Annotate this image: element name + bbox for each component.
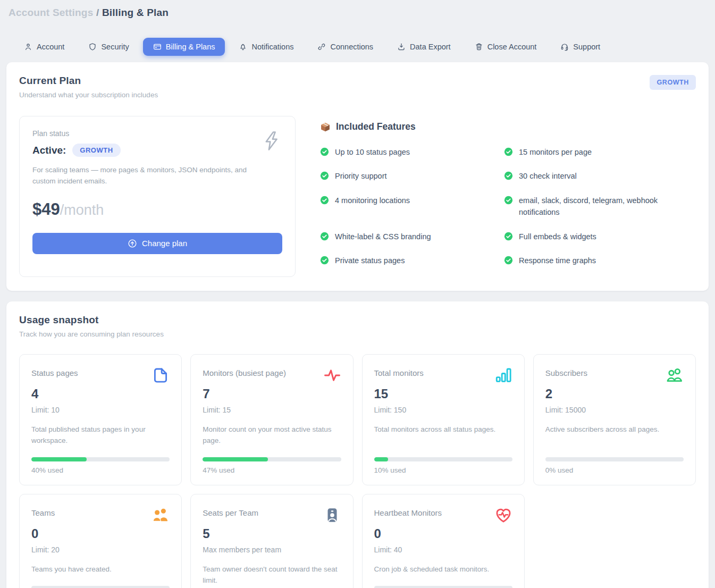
tab-close-account[interactable]: Close Account <box>465 38 547 56</box>
feature-item: Full embeds & widgets <box>504 231 696 242</box>
users-filled-icon <box>152 506 170 524</box>
progress-fill <box>203 457 267 461</box>
usage-card-limit: Limit: 40 <box>374 545 512 554</box>
feature-item: email, slack, discord, telegram, webhook… <box>504 195 696 219</box>
feature-label: 4 monitoring locations <box>335 195 410 206</box>
tab-account[interactable]: Account <box>14 38 74 56</box>
billing-page: Account Settings / Billing & Plan Accoun… <box>0 0 715 588</box>
check-circle-icon <box>320 171 329 180</box>
credit-card-icon <box>153 43 162 51</box>
usage-card-subscribers: Subscribers 2 Limit: 15000 Active subscr… <box>533 354 696 485</box>
plan-status-box: Plan status Active: GROWTH For scaling t… <box>19 116 296 277</box>
usage-card-title: Seats per Team <box>203 506 258 517</box>
plan-status-label: Plan status <box>32 129 282 138</box>
breadcrumb-section[interactable]: Account Settings <box>9 7 93 18</box>
feature-item: White-label & CSS branding <box>320 231 504 242</box>
id-badge-icon <box>323 506 341 524</box>
progress-track <box>374 457 512 461</box>
check-circle-icon <box>320 232 329 241</box>
usage-card-value: 15 <box>374 387 512 401</box>
tab-support[interactable]: Support <box>550 38 610 56</box>
page-title: Billing & Plan <box>102 7 169 18</box>
breadcrumb-separator: / <box>96 7 102 18</box>
usage-card-seats-per-team: Seats per Team 5 Max members per team Te… <box>190 494 353 588</box>
usage-percent-label: 10% used <box>374 466 512 474</box>
usage-card-status-pages: Status pages 4 Limit: 10 Total published… <box>19 354 182 485</box>
usage-title: Usage snapshot <box>19 314 696 326</box>
usage-card-description: Total published status pages in your wor… <box>31 424 170 447</box>
usage-percent-label: 0% used <box>545 466 684 474</box>
progress-track <box>545 457 684 461</box>
progress-track <box>203 457 341 461</box>
usage-card-description: Monitor count on your most active status… <box>203 424 341 447</box>
bell-icon <box>239 43 247 51</box>
price-period: /month <box>60 202 104 219</box>
usage-card-description: Total monitors across all status pages. <box>374 424 512 435</box>
change-plan-button[interactable]: Change plan <box>32 233 282 254</box>
feature-item: 4 monitoring locations <box>320 195 504 219</box>
arrow-up-circle-icon <box>128 239 137 248</box>
check-circle-icon <box>504 171 513 180</box>
usage-card-value: 0 <box>374 526 512 541</box>
feature-label: 30 check interval <box>519 170 577 182</box>
plan-tier-badge: GROWTH <box>650 75 696 90</box>
usage-card-value: 0 <box>31 526 170 541</box>
usage-card-value: 5 <box>203 526 341 541</box>
usage-card-title: Status pages <box>31 366 78 377</box>
feature-label: Full embeds & widgets <box>519 231 596 242</box>
users-outline-icon <box>666 366 684 384</box>
usage-card-limit: Limit: 15000 <box>545 406 684 414</box>
usage-card-title: Subscribers <box>545 366 587 377</box>
usage-card-limit: Limit: 150 <box>374 406 512 414</box>
current-plan-title: Current Plan <box>19 75 158 87</box>
usage-subtitle: Track how you are consuming plan resourc… <box>19 330 696 338</box>
download-icon <box>397 43 406 51</box>
feature-label: Private status pages <box>335 255 405 266</box>
breadcrumb: Account Settings / Billing & Plan <box>6 0 709 19</box>
usage-grid: Status pages 4 Limit: 10 Total published… <box>19 354 696 588</box>
tab-label: Data Export <box>410 43 451 51</box>
usage-snapshot-card: Usage snapshot Track how you are consumi… <box>6 301 709 588</box>
current-plan-card: Current Plan Understand what your subscr… <box>6 62 709 291</box>
change-plan-label: Change plan <box>142 239 187 248</box>
tab-data-export[interactable]: Data Export <box>387 38 461 56</box>
usage-card-value: 4 <box>31 387 170 401</box>
check-circle-icon <box>320 196 329 205</box>
usage-card-limit: Limit: 10 <box>31 406 170 414</box>
tab-label: Account <box>37 43 64 51</box>
feature-label: Up to 10 status pages <box>335 146 410 158</box>
usage-card-description: Active subscribers across all pages. <box>545 424 684 435</box>
check-circle-icon <box>320 147 329 156</box>
tab-connections[interactable]: Connections <box>307 38 383 56</box>
usage-card-description: Teams you have created. <box>31 564 170 575</box>
feature-label: Priority support <box>335 170 387 182</box>
link-icon <box>317 43 326 51</box>
usage-card-title: Total monitors <box>374 366 424 377</box>
tab-billing-plans[interactable]: Billing & Plans <box>143 38 225 56</box>
check-circle-icon <box>504 196 513 205</box>
usage-percent-label: 40% used <box>31 466 170 474</box>
check-circle-icon <box>320 256 329 265</box>
tab-notifications[interactable]: Notifications <box>229 38 304 56</box>
usage-card-limit: Max members per team <box>203 545 341 554</box>
usage-card-total-monitors: Total monitors 15 Limit: 150 Total monit… <box>362 354 525 485</box>
usage-card-heartbeat-monitors: Heartbeat Monitors 0 Limit: 40 Cron job … <box>362 494 525 588</box>
feature-label: Response time graphs <box>519 255 596 266</box>
tab-security[interactable]: Security <box>78 38 139 56</box>
tab-label: Notifications <box>251 43 293 51</box>
feature-item: 15 monitors per page <box>504 146 696 158</box>
usage-card-description: Team owner doesn't count toward the seat… <box>203 564 341 586</box>
tab-label: Security <box>101 43 129 51</box>
progress-track <box>31 457 170 461</box>
trash-icon <box>475 43 483 51</box>
headset-icon <box>560 43 569 51</box>
heart-pulse-icon <box>494 506 512 524</box>
usage-card-value: 2 <box>545 387 684 401</box>
user-icon <box>24 43 32 51</box>
usage-card-title: Heartbeat Monitors <box>374 506 442 517</box>
features-title: Included Features <box>336 121 416 132</box>
check-circle-icon <box>504 256 513 265</box>
feature-item: Up to 10 status pages <box>320 146 504 158</box>
progress-track <box>31 586 170 588</box>
tab-label: Connections <box>330 43 373 51</box>
